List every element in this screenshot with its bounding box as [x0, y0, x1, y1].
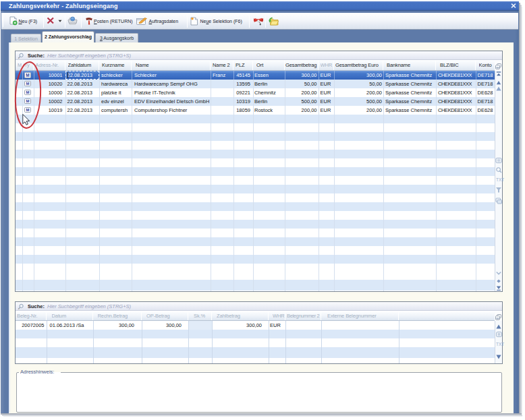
svg-text:TXT: TXT	[496, 342, 504, 347]
svg-text:TXT: TXT	[496, 177, 504, 182]
